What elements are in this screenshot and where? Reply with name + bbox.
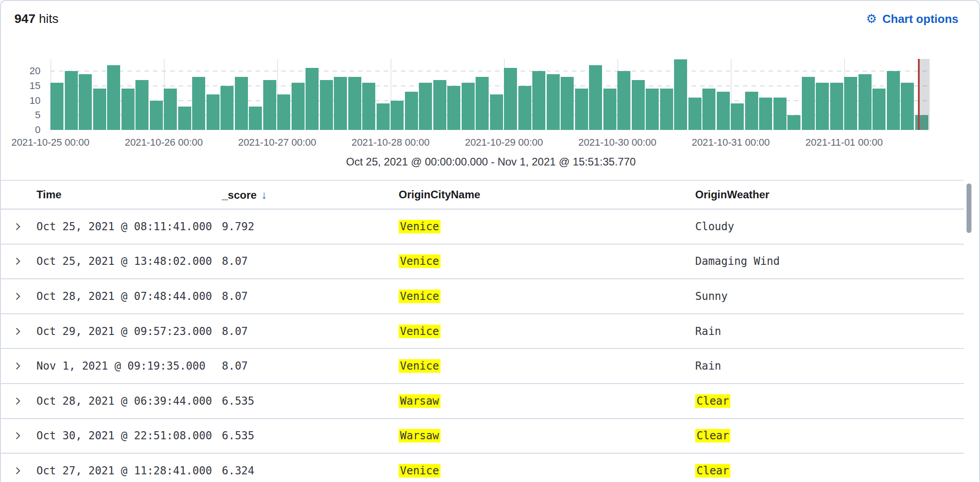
histogram-bar[interactable] bbox=[419, 83, 432, 130]
histogram-bar[interactable] bbox=[504, 68, 517, 130]
expand-row-button[interactable] bbox=[13, 292, 22, 301]
histogram-bar[interactable] bbox=[65, 71, 78, 130]
histogram-bar[interactable] bbox=[462, 83, 475, 130]
cell-origin-weather: Cloudy bbox=[695, 220, 734, 233]
chevron-right-icon bbox=[13, 397, 22, 406]
histogram-bar[interactable] bbox=[660, 89, 673, 130]
histogram-bar[interactable] bbox=[717, 92, 730, 130]
cell-origin-weather: Clear bbox=[695, 429, 730, 442]
histogram-bar[interactable] bbox=[277, 94, 290, 130]
expand-row-button[interactable] bbox=[13, 222, 22, 231]
histogram-bar[interactable] bbox=[901, 83, 914, 130]
cell-origin-weather-highlight: Clear bbox=[695, 394, 730, 408]
cell-score: 6.535 bbox=[222, 429, 254, 442]
histogram-bar[interactable] bbox=[518, 86, 531, 130]
vertical-scrollbar[interactable] bbox=[967, 183, 971, 233]
cell-origin-city: Warsaw bbox=[399, 395, 441, 407]
chevron-right-icon bbox=[13, 292, 22, 301]
histogram-bar[interactable] bbox=[759, 98, 772, 130]
cell-time: Oct 27, 2021 @ 11:28:41.000 bbox=[36, 464, 212, 477]
histogram-bar[interactable] bbox=[830, 83, 843, 130]
histogram-bar[interactable] bbox=[249, 107, 262, 130]
histogram-bar[interactable] bbox=[688, 98, 701, 130]
table-row: Nov 1, 2021 @ 09:19:35.0008.07VeniceRain bbox=[1, 349, 964, 384]
results-table: Time_score↓OriginCityNameOriginWeatherOc… bbox=[1, 180, 964, 482]
histogram-bar[interactable] bbox=[802, 77, 815, 130]
histogram-bar[interactable] bbox=[547, 74, 560, 130]
cell-time: Oct 28, 2021 @ 06:39:44.000 bbox=[36, 395, 212, 407]
histogram-bar[interactable] bbox=[93, 89, 106, 130]
histogram-bar[interactable] bbox=[447, 86, 460, 130]
histogram-bar[interactable] bbox=[263, 80, 276, 130]
histogram-bar[interactable] bbox=[391, 101, 404, 130]
sort-descending-icon[interactable]: ↓ bbox=[261, 188, 267, 201]
histogram-bar[interactable] bbox=[787, 115, 800, 130]
histogram-bar[interactable] bbox=[674, 59, 687, 130]
histogram-bar[interactable] bbox=[773, 98, 787, 130]
x-axis-label: 2021-10-30 00:00 bbox=[566, 137, 669, 148]
cell-origin-city-highlight: Warsaw bbox=[399, 394, 441, 408]
chevron-right-icon bbox=[13, 431, 22, 440]
expand-row-button[interactable] bbox=[13, 257, 22, 266]
histogram-bar[interactable] bbox=[50, 83, 63, 130]
histogram-bar[interactable] bbox=[872, 89, 886, 130]
expand-row-button[interactable] bbox=[13, 397, 22, 406]
histogram-bar[interactable] bbox=[362, 83, 375, 130]
histogram-bar[interactable] bbox=[575, 89, 588, 130]
histogram-bar[interactable] bbox=[79, 74, 92, 130]
column-header-origincityname[interactable]: OriginCityName bbox=[399, 188, 480, 201]
histogram-bar[interactable] bbox=[135, 80, 148, 130]
histogram-bar[interactable] bbox=[348, 77, 361, 130]
expand-row-button[interactable] bbox=[13, 362, 22, 370]
histogram-bar[interactable] bbox=[844, 77, 857, 130]
histogram-bar[interactable] bbox=[207, 94, 220, 130]
histogram-bar[interactable] bbox=[220, 86, 234, 130]
chevron-right-icon bbox=[13, 257, 22, 266]
histogram-bar[interactable] bbox=[320, 80, 333, 130]
histogram-bar[interactable] bbox=[859, 74, 872, 130]
histogram-bar[interactable] bbox=[532, 71, 545, 130]
column-header-score[interactable]: _score↓ bbox=[222, 188, 267, 201]
histogram-bar[interactable] bbox=[603, 89, 616, 130]
cell-origin-city-highlight: Venice bbox=[399, 464, 441, 478]
cell-origin-city-highlight: Warsaw bbox=[399, 429, 441, 442]
histogram-bar[interactable] bbox=[192, 77, 205, 130]
cell-origin-city-highlight: Venice bbox=[399, 254, 441, 268]
histogram-bar[interactable] bbox=[292, 83, 305, 130]
expand-row-button[interactable] bbox=[13, 327, 22, 336]
histogram-bar[interactable] bbox=[306, 68, 319, 130]
cell-origin-weather-highlight: Clear bbox=[695, 429, 730, 442]
histogram-bar[interactable] bbox=[646, 89, 659, 130]
histogram-bar[interactable] bbox=[235, 77, 248, 130]
histogram-bar[interactable] bbox=[121, 89, 135, 130]
expand-row-button[interactable] bbox=[13, 466, 22, 475]
histogram-bar[interactable] bbox=[433, 80, 446, 130]
histogram-bar[interactable] bbox=[490, 94, 503, 130]
histogram-bar[interactable] bbox=[887, 71, 900, 130]
histogram-bar[interactable] bbox=[377, 103, 390, 130]
column-header-time[interactable]: Time bbox=[36, 188, 62, 201]
cell-score: 6.535 bbox=[222, 395, 254, 407]
histogram-bar[interactable] bbox=[107, 65, 120, 130]
histogram-bar[interactable] bbox=[150, 101, 163, 130]
histogram-bar[interactable] bbox=[405, 92, 418, 130]
cell-time: Oct 25, 2021 @ 08:11:41.000 bbox=[36, 220, 212, 233]
cell-score: 9.792 bbox=[222, 220, 254, 233]
y-axis-label: 10 bbox=[1, 95, 40, 107]
expand-row-button[interactable] bbox=[13, 431, 22, 440]
histogram-bar[interactable] bbox=[334, 77, 347, 130]
histogram-bar[interactable] bbox=[632, 80, 645, 130]
histogram-bar[interactable] bbox=[816, 83, 829, 130]
histogram-bar[interactable] bbox=[561, 77, 574, 130]
hits-histogram-chart[interactable]: 2021-10-25 00:002021-10-26 00:002021-10-… bbox=[1, 1, 980, 180]
histogram-bar[interactable] bbox=[731, 103, 744, 130]
cell-time: Oct 30, 2021 @ 22:51:08.000 bbox=[36, 429, 212, 442]
histogram-bar[interactable] bbox=[476, 77, 489, 130]
histogram-bar[interactable] bbox=[164, 89, 177, 130]
histogram-bar[interactable] bbox=[178, 107, 191, 130]
histogram-bar[interactable] bbox=[617, 71, 630, 130]
histogram-bar[interactable] bbox=[702, 89, 715, 130]
histogram-bar[interactable] bbox=[589, 65, 602, 130]
histogram-bar[interactable] bbox=[745, 92, 758, 130]
column-header-originweather[interactable]: OriginWeather bbox=[695, 188, 769, 201]
